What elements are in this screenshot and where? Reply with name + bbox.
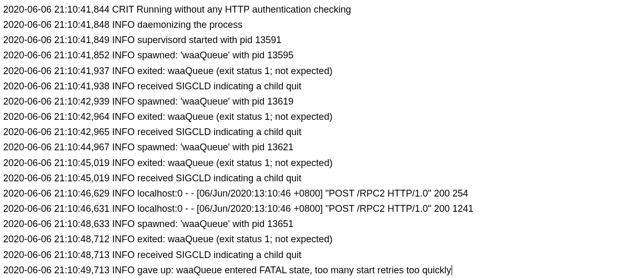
log-line: 2020-06-06 21:10:48,713 INFO received SI… (3, 248, 641, 263)
log-output: 2020-06-06 21:10:41,844 CRIT Running wit… (3, 2, 641, 278)
log-line: 2020-06-06 21:10:41,937 INFO exited: waa… (3, 64, 641, 79)
log-line: 2020-06-06 21:10:46,629 INFO localhost:0… (3, 186, 641, 201)
log-line: 2020-06-06 21:10:41,844 CRIT Running wit… (3, 2, 641, 17)
log-line: 2020-06-06 21:10:41,852 INFO spawned: 'w… (3, 48, 641, 63)
log-line: 2020-06-06 21:10:46,631 INFO localhost:0… (3, 201, 641, 217)
log-line: 2020-06-06 21:10:41,938 INFO received SI… (3, 79, 641, 94)
log-line: 2020-06-06 21:10:45,019 INFO exited: waa… (3, 156, 641, 171)
log-line: 2020-06-06 21:10:42,939 INFO spawned: 'w… (3, 94, 641, 109)
log-line: 2020-06-06 21:10:42,965 INFO received SI… (3, 125, 641, 140)
log-line: 2020-06-06 21:10:49,713 INFO gave up: wa… (3, 263, 641, 278)
log-line: 2020-06-06 21:10:41,848 INFO daemonizing… (3, 17, 641, 33)
log-line: 2020-06-06 21:10:45,019 INFO received SI… (3, 171, 641, 186)
log-line: 2020-06-06 21:10:48,633 INFO spawned: 'w… (3, 217, 641, 232)
log-line: 2020-06-06 21:10:41,849 INFO supervisord… (3, 33, 641, 48)
log-line: 2020-06-06 21:10:48,712 INFO exited: waa… (3, 232, 641, 247)
log-line: 2020-06-06 21:10:42,964 INFO exited: waa… (3, 109, 641, 125)
log-line: 2020-06-06 21:10:44,967 INFO spawned: 'w… (3, 140, 641, 155)
